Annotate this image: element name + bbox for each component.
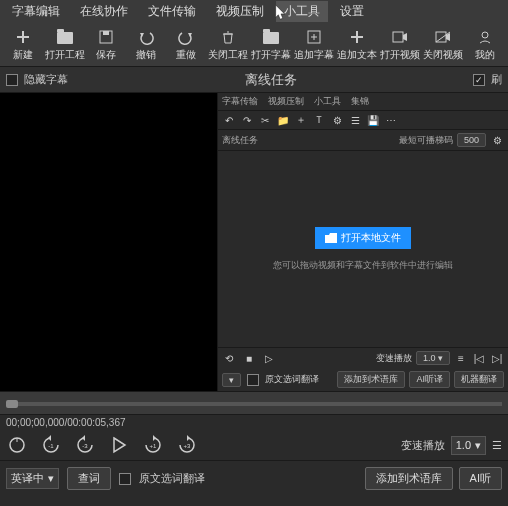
play-icon[interactable]: ▷: [262, 351, 276, 365]
add-term-button[interactable]: 添加到术语库: [365, 467, 453, 490]
undo-icon[interactable]: ↶: [222, 113, 236, 127]
hide-subs-checkbox[interactable]: [6, 74, 18, 86]
plus-box-icon: [305, 28, 323, 46]
loop-icon[interactable]: ⟲: [222, 351, 236, 365]
tool-folder[interactable]: 打开工程: [44, 26, 85, 64]
panel-term-button[interactable]: 添加到术语库: [337, 371, 405, 388]
next-icon[interactable]: ▷|: [490, 351, 504, 365]
plus-icon: [14, 28, 32, 46]
save-icon: [97, 28, 115, 46]
speed-select[interactable]: 1.0▾: [451, 436, 486, 455]
video-icon: [391, 28, 409, 46]
tool-folder-up[interactable]: 打开字幕: [250, 26, 291, 64]
drop-hint: 您可以拖动视频和字幕文件到软件中进行编辑: [273, 259, 453, 272]
hamburger-icon[interactable]: ☰: [492, 439, 502, 452]
hide-subs-label: 隐藏字幕: [24, 72, 68, 87]
menu-5[interactable]: 设置: [332, 1, 372, 22]
tool-save[interactable]: 保存: [87, 26, 125, 64]
back-1-button[interactable]: -1: [40, 434, 62, 456]
play-button[interactable]: [108, 434, 130, 456]
prev-icon[interactable]: |◁: [472, 351, 486, 365]
plus-icon[interactable]: ＋: [294, 113, 308, 127]
menu-0[interactable]: 字幕编辑: [4, 1, 68, 22]
tool-redo[interactable]: 重做: [167, 26, 205, 64]
folder-icon: [56, 28, 74, 46]
bookmark-icon[interactable]: ☰: [348, 113, 362, 127]
tool-trash[interactable]: 关闭工程: [207, 26, 248, 64]
user-icon: [476, 28, 494, 46]
offline-tab-2[interactable]: 小工具: [314, 95, 341, 108]
tool-undo[interactable]: 撤销: [127, 26, 165, 64]
tool-plus[interactable]: 新建: [4, 26, 42, 64]
panel-speed-label: 变速播放: [376, 352, 412, 365]
panel-mt-button[interactable]: 机器翻译: [454, 371, 504, 388]
text-icon[interactable]: Ｔ: [312, 113, 326, 127]
search-button[interactable]: 查词: [67, 467, 111, 490]
trash-icon: [219, 28, 237, 46]
stop-icon[interactable]: ■: [242, 351, 256, 365]
panel-src-label: 原文选词翻译: [265, 373, 319, 386]
redo-icon[interactable]: ↷: [240, 113, 254, 127]
tool-plus[interactable]: 追加文本: [337, 26, 378, 64]
offline-tab-label: 离线任务: [222, 134, 258, 147]
offline-panel: 字幕传输视频压制小工具集锦 ↶ ↷ ✂ 📁 ＋ Ｔ ⚙ ☰ 💾 ⋯ 离线任务 最…: [218, 93, 508, 391]
save-icon[interactable]: 💾: [366, 113, 380, 127]
ai-listen-button[interactable]: AI听: [459, 467, 502, 490]
right-label: 刷: [491, 72, 502, 87]
panel-speed-select[interactable]: 1.0 ▾: [416, 351, 450, 365]
min-play-value[interactable]: 500: [457, 133, 486, 147]
panel-src-checkbox[interactable]: [247, 374, 259, 386]
src-trans-checkbox[interactable]: [119, 473, 131, 485]
svg-rect-3: [393, 32, 403, 42]
menu-4[interactable]: 小工具: [276, 1, 328, 22]
tool-video-off[interactable]: 关闭视频: [423, 26, 464, 64]
right-checkbox[interactable]: [473, 74, 485, 86]
plus-icon: [348, 28, 366, 46]
svg-rect-1: [103, 31, 109, 35]
back-3-button[interactable]: -3: [74, 434, 96, 456]
video-off-icon: [434, 28, 452, 46]
menu-3[interactable]: 视频压制: [208, 1, 272, 22]
offline-tab-3[interactable]: 集锦: [351, 95, 369, 108]
timeline-scrollbar[interactable]: [0, 391, 508, 415]
src-trans-label: 原文选词翻译: [139, 471, 205, 486]
fwd-1-button[interactable]: +1: [142, 434, 164, 456]
tool-plus-box[interactable]: 追加字幕: [293, 26, 334, 64]
svg-point-6: [482, 32, 488, 38]
settings-icon[interactable]: ⚙: [330, 113, 344, 127]
panel-ai-button[interactable]: AI听译: [409, 371, 450, 388]
svg-text:+1: +1: [150, 443, 158, 449]
fwd-3-button[interactable]: +3: [176, 434, 198, 456]
open-local-file-button[interactable]: 打开本地文件: [315, 227, 411, 249]
speed-label: 变速播放: [401, 438, 445, 453]
undo-icon: [137, 28, 155, 46]
video-preview[interactable]: [0, 93, 218, 391]
menu-2[interactable]: 文件传输: [140, 1, 204, 22]
offline-title: 离线任务: [245, 71, 297, 89]
timecode: 00;00;00,000/00:00:05,367: [6, 417, 126, 428]
lang-select[interactable]: 英译中▾: [6, 468, 59, 489]
panel-lang-select[interactable]: ▾: [222, 373, 241, 387]
min-play-label: 最短可播梯码: [399, 134, 453, 147]
svg-text:+3: +3: [184, 443, 192, 449]
loop-button[interactable]: [6, 434, 28, 456]
cut-icon[interactable]: ✂: [258, 113, 272, 127]
tool-user[interactable]: 我的: [466, 26, 504, 64]
settings-small-icon[interactable]: ⚙: [490, 133, 504, 147]
menu-1[interactable]: 在线协作: [72, 1, 136, 22]
folder-up-icon: [262, 28, 280, 46]
redo-icon: [177, 28, 195, 46]
svg-text:-3: -3: [82, 443, 88, 449]
offline-tab-1[interactable]: 视频压制: [268, 95, 304, 108]
tool-video[interactable]: 打开视频: [380, 26, 421, 64]
offline-tab-0[interactable]: 字幕传输: [222, 95, 258, 108]
more-icon[interactable]: ⋯: [384, 113, 398, 127]
list-icon[interactable]: ≡: [454, 351, 468, 365]
folder-icon[interactable]: 📁: [276, 113, 290, 127]
svg-text:-1: -1: [48, 443, 54, 449]
